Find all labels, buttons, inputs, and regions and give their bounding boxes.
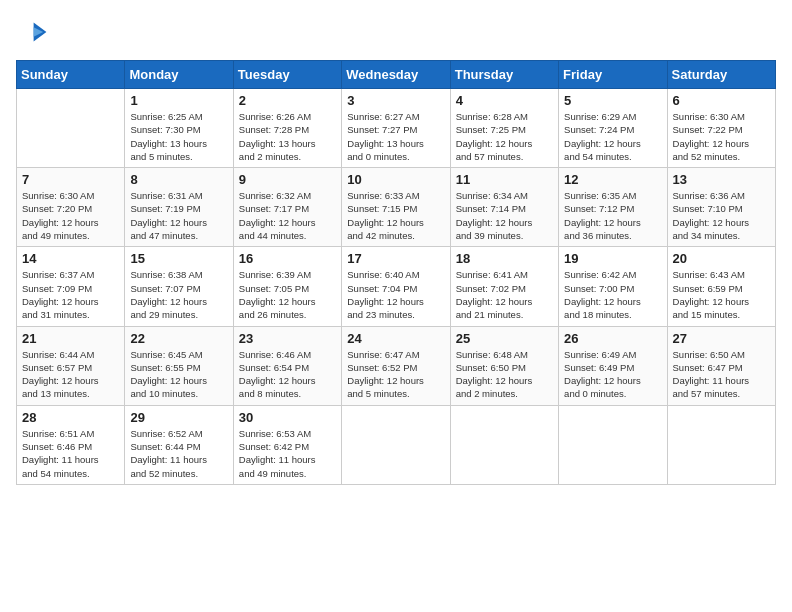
day-number: 26 bbox=[564, 331, 661, 346]
calendar-cell: 10Sunrise: 6:33 AM Sunset: 7:15 PM Dayli… bbox=[342, 168, 450, 247]
calendar-cell bbox=[559, 405, 667, 484]
calendar-cell: 9Sunrise: 6:32 AM Sunset: 7:17 PM Daylig… bbox=[233, 168, 341, 247]
day-info: Sunrise: 6:26 AM Sunset: 7:28 PM Dayligh… bbox=[239, 110, 336, 163]
day-number: 1 bbox=[130, 93, 227, 108]
calendar-cell: 19Sunrise: 6:42 AM Sunset: 7:00 PM Dayli… bbox=[559, 247, 667, 326]
day-number: 4 bbox=[456, 93, 553, 108]
day-number: 14 bbox=[22, 251, 119, 266]
calendar-cell: 1Sunrise: 6:25 AM Sunset: 7:30 PM Daylig… bbox=[125, 89, 233, 168]
day-info: Sunrise: 6:49 AM Sunset: 6:49 PM Dayligh… bbox=[564, 348, 661, 401]
calendar-cell: 27Sunrise: 6:50 AM Sunset: 6:47 PM Dayli… bbox=[667, 326, 775, 405]
day-info: Sunrise: 6:25 AM Sunset: 7:30 PM Dayligh… bbox=[130, 110, 227, 163]
calendar-cell bbox=[342, 405, 450, 484]
calendar-cell: 20Sunrise: 6:43 AM Sunset: 6:59 PM Dayli… bbox=[667, 247, 775, 326]
day-info: Sunrise: 6:35 AM Sunset: 7:12 PM Dayligh… bbox=[564, 189, 661, 242]
day-info: Sunrise: 6:39 AM Sunset: 7:05 PM Dayligh… bbox=[239, 268, 336, 321]
calendar-cell: 6Sunrise: 6:30 AM Sunset: 7:22 PM Daylig… bbox=[667, 89, 775, 168]
day-info: Sunrise: 6:32 AM Sunset: 7:17 PM Dayligh… bbox=[239, 189, 336, 242]
calendar-cell: 23Sunrise: 6:46 AM Sunset: 6:54 PM Dayli… bbox=[233, 326, 341, 405]
day-info: Sunrise: 6:28 AM Sunset: 7:25 PM Dayligh… bbox=[456, 110, 553, 163]
day-number: 29 bbox=[130, 410, 227, 425]
calendar-cell: 14Sunrise: 6:37 AM Sunset: 7:09 PM Dayli… bbox=[17, 247, 125, 326]
calendar-cell bbox=[667, 405, 775, 484]
calendar-cell: 29Sunrise: 6:52 AM Sunset: 6:44 PM Dayli… bbox=[125, 405, 233, 484]
day-info: Sunrise: 6:42 AM Sunset: 7:00 PM Dayligh… bbox=[564, 268, 661, 321]
day-number: 18 bbox=[456, 251, 553, 266]
day-number: 20 bbox=[673, 251, 770, 266]
day-number: 22 bbox=[130, 331, 227, 346]
calendar-cell: 13Sunrise: 6:36 AM Sunset: 7:10 PM Dayli… bbox=[667, 168, 775, 247]
calendar-week-1: 1Sunrise: 6:25 AM Sunset: 7:30 PM Daylig… bbox=[17, 89, 776, 168]
calendar-week-5: 28Sunrise: 6:51 AM Sunset: 6:46 PM Dayli… bbox=[17, 405, 776, 484]
day-number: 23 bbox=[239, 331, 336, 346]
day-header-thursday: Thursday bbox=[450, 61, 558, 89]
calendar-cell: 16Sunrise: 6:39 AM Sunset: 7:05 PM Dayli… bbox=[233, 247, 341, 326]
day-info: Sunrise: 6:40 AM Sunset: 7:04 PM Dayligh… bbox=[347, 268, 444, 321]
day-number: 11 bbox=[456, 172, 553, 187]
day-number: 25 bbox=[456, 331, 553, 346]
day-number: 21 bbox=[22, 331, 119, 346]
calendar-cell: 30Sunrise: 6:53 AM Sunset: 6:42 PM Dayli… bbox=[233, 405, 341, 484]
calendar-cell: 4Sunrise: 6:28 AM Sunset: 7:25 PM Daylig… bbox=[450, 89, 558, 168]
day-header-monday: Monday bbox=[125, 61, 233, 89]
day-number: 5 bbox=[564, 93, 661, 108]
day-number: 12 bbox=[564, 172, 661, 187]
day-info: Sunrise: 6:43 AM Sunset: 6:59 PM Dayligh… bbox=[673, 268, 770, 321]
day-info: Sunrise: 6:46 AM Sunset: 6:54 PM Dayligh… bbox=[239, 348, 336, 401]
day-info: Sunrise: 6:37 AM Sunset: 7:09 PM Dayligh… bbox=[22, 268, 119, 321]
logo bbox=[16, 16, 52, 48]
day-info: Sunrise: 6:45 AM Sunset: 6:55 PM Dayligh… bbox=[130, 348, 227, 401]
calendar-header-row: SundayMondayTuesdayWednesdayThursdayFrid… bbox=[17, 61, 776, 89]
calendar-cell: 8Sunrise: 6:31 AM Sunset: 7:19 PM Daylig… bbox=[125, 168, 233, 247]
calendar-cell: 26Sunrise: 6:49 AM Sunset: 6:49 PM Dayli… bbox=[559, 326, 667, 405]
calendar-cell: 15Sunrise: 6:38 AM Sunset: 7:07 PM Dayli… bbox=[125, 247, 233, 326]
day-number: 8 bbox=[130, 172, 227, 187]
calendar-cell: 24Sunrise: 6:47 AM Sunset: 6:52 PM Dayli… bbox=[342, 326, 450, 405]
day-info: Sunrise: 6:34 AM Sunset: 7:14 PM Dayligh… bbox=[456, 189, 553, 242]
day-number: 17 bbox=[347, 251, 444, 266]
day-number: 30 bbox=[239, 410, 336, 425]
calendar-cell: 2Sunrise: 6:26 AM Sunset: 7:28 PM Daylig… bbox=[233, 89, 341, 168]
calendar-week-4: 21Sunrise: 6:44 AM Sunset: 6:57 PM Dayli… bbox=[17, 326, 776, 405]
day-number: 27 bbox=[673, 331, 770, 346]
calendar-cell: 28Sunrise: 6:51 AM Sunset: 6:46 PM Dayli… bbox=[17, 405, 125, 484]
calendar: SundayMondayTuesdayWednesdayThursdayFrid… bbox=[16, 60, 776, 485]
calendar-cell: 3Sunrise: 6:27 AM Sunset: 7:27 PM Daylig… bbox=[342, 89, 450, 168]
day-number: 16 bbox=[239, 251, 336, 266]
calendar-cell: 21Sunrise: 6:44 AM Sunset: 6:57 PM Dayli… bbox=[17, 326, 125, 405]
calendar-cell: 18Sunrise: 6:41 AM Sunset: 7:02 PM Dayli… bbox=[450, 247, 558, 326]
day-header-friday: Friday bbox=[559, 61, 667, 89]
day-info: Sunrise: 6:51 AM Sunset: 6:46 PM Dayligh… bbox=[22, 427, 119, 480]
day-info: Sunrise: 6:29 AM Sunset: 7:24 PM Dayligh… bbox=[564, 110, 661, 163]
calendar-week-2: 7Sunrise: 6:30 AM Sunset: 7:20 PM Daylig… bbox=[17, 168, 776, 247]
day-info: Sunrise: 6:48 AM Sunset: 6:50 PM Dayligh… bbox=[456, 348, 553, 401]
day-header-wednesday: Wednesday bbox=[342, 61, 450, 89]
calendar-week-3: 14Sunrise: 6:37 AM Sunset: 7:09 PM Dayli… bbox=[17, 247, 776, 326]
day-number: 28 bbox=[22, 410, 119, 425]
day-info: Sunrise: 6:30 AM Sunset: 7:22 PM Dayligh… bbox=[673, 110, 770, 163]
calendar-cell: 25Sunrise: 6:48 AM Sunset: 6:50 PM Dayli… bbox=[450, 326, 558, 405]
day-info: Sunrise: 6:53 AM Sunset: 6:42 PM Dayligh… bbox=[239, 427, 336, 480]
day-number: 24 bbox=[347, 331, 444, 346]
day-info: Sunrise: 6:41 AM Sunset: 7:02 PM Dayligh… bbox=[456, 268, 553, 321]
day-info: Sunrise: 6:38 AM Sunset: 7:07 PM Dayligh… bbox=[130, 268, 227, 321]
calendar-cell: 7Sunrise: 6:30 AM Sunset: 7:20 PM Daylig… bbox=[17, 168, 125, 247]
day-info: Sunrise: 6:27 AM Sunset: 7:27 PM Dayligh… bbox=[347, 110, 444, 163]
day-header-tuesday: Tuesday bbox=[233, 61, 341, 89]
calendar-cell: 5Sunrise: 6:29 AM Sunset: 7:24 PM Daylig… bbox=[559, 89, 667, 168]
day-number: 9 bbox=[239, 172, 336, 187]
calendar-cell: 11Sunrise: 6:34 AM Sunset: 7:14 PM Dayli… bbox=[450, 168, 558, 247]
day-number: 7 bbox=[22, 172, 119, 187]
day-number: 10 bbox=[347, 172, 444, 187]
day-number: 3 bbox=[347, 93, 444, 108]
day-info: Sunrise: 6:52 AM Sunset: 6:44 PM Dayligh… bbox=[130, 427, 227, 480]
day-number: 15 bbox=[130, 251, 227, 266]
day-info: Sunrise: 6:30 AM Sunset: 7:20 PM Dayligh… bbox=[22, 189, 119, 242]
day-info: Sunrise: 6:50 AM Sunset: 6:47 PM Dayligh… bbox=[673, 348, 770, 401]
calendar-cell bbox=[17, 89, 125, 168]
day-number: 6 bbox=[673, 93, 770, 108]
day-info: Sunrise: 6:33 AM Sunset: 7:15 PM Dayligh… bbox=[347, 189, 444, 242]
day-header-sunday: Sunday bbox=[17, 61, 125, 89]
day-info: Sunrise: 6:36 AM Sunset: 7:10 PM Dayligh… bbox=[673, 189, 770, 242]
logo-icon bbox=[16, 16, 48, 48]
